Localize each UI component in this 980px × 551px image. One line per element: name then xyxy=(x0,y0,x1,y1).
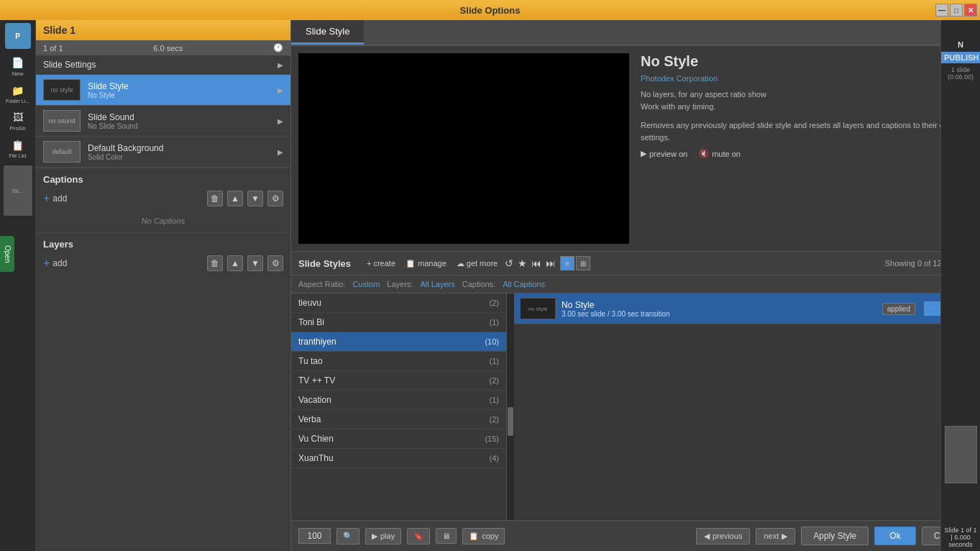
refresh-button[interactable]: ↺ xyxy=(505,258,513,269)
open-button[interactable]: Open xyxy=(0,236,14,272)
prosh-icon: 🖼 xyxy=(9,111,27,124)
category-toni-bi[interactable]: Toni Bi (1) xyxy=(291,313,506,332)
layers-filter-value[interactable]: All Layers xyxy=(420,280,454,288)
ok-button[interactable]: Ok xyxy=(874,527,915,545)
file-list-button[interactable]: 📋 File List xyxy=(4,135,32,161)
main-panel: Slide Style No Style Photodex Corporatio… xyxy=(291,20,980,551)
zoom-input[interactable] xyxy=(298,528,331,544)
cat-count-vu-chien: (15) xyxy=(485,434,499,443)
mute-on-button[interactable]: 🔇 mute on xyxy=(699,149,741,158)
layers-toolbar: + add 🗑 ▲ ▼ ⚙ xyxy=(36,252,290,274)
bottom-bar: 🔍 ▶ play 🔖 🖥 📋 copy ◀ previous xyxy=(291,520,980,551)
category-tu-tao[interactable]: Tu tao (1) xyxy=(291,352,506,371)
preview-on-button[interactable]: ▶ preview on xyxy=(641,149,687,158)
delete-caption-button[interactable]: 🗑 xyxy=(207,191,223,206)
create-button[interactable]: + create xyxy=(364,258,398,269)
category-tv-tv[interactable]: TV ++ TV (2) xyxy=(291,371,506,391)
layers-title: Layers xyxy=(43,239,73,250)
folder-list-button[interactable]: 📁 Folder Li... xyxy=(4,81,32,106)
list-view-button[interactable]: ≡ xyxy=(560,256,574,270)
category-xuanthu[interactable]: XuanThu (4) xyxy=(291,449,506,468)
sound-badge: no sound xyxy=(43,110,81,132)
manage-label: manage xyxy=(418,259,447,268)
add-layer-button[interactable]: + add xyxy=(43,257,67,270)
first-button[interactable]: ⏮ xyxy=(531,258,541,269)
last-button[interactable]: ⏭ xyxy=(546,258,556,269)
maximize-button[interactable]: □ xyxy=(950,4,963,17)
applied-badge: applied xyxy=(882,303,915,315)
monitor-button[interactable]: 🖥 xyxy=(436,528,457,544)
publish-panel: N PUBLISH 1 slide (0:06.00) Slide 1 of 1… xyxy=(940,20,980,551)
style-badge: no style xyxy=(43,79,81,101)
prosh-button[interactable]: 🖼 ProSh xyxy=(4,108,32,134)
down-layer-icon: ▼ xyxy=(251,258,260,268)
file-list-label: File List xyxy=(9,153,26,158)
move-caption-up-button[interactable]: ▲ xyxy=(227,191,243,206)
captions-filter-value[interactable]: All Captions xyxy=(503,280,545,288)
cat-name-tieuvu: tieuvu xyxy=(298,298,321,308)
slide-style-tab[interactable]: Slide Style xyxy=(291,20,364,45)
slide-settings-item[interactable]: Slide Settings ▶ xyxy=(36,55,290,75)
grid-view-button[interactable]: ⊞ xyxy=(576,256,590,270)
cat-name-vacation: Vacation xyxy=(298,395,331,405)
timeline-preview xyxy=(945,426,977,483)
prosh-label: ProSh xyxy=(9,125,25,132)
style-item-no-style[interactable]: no style No Style 3.00 sec slide / 3.00 … xyxy=(514,293,980,324)
layers-header: Layers xyxy=(36,232,290,252)
category-vu-chien[interactable]: Vu Chien (15) xyxy=(291,429,506,449)
filters-row: Aspect Ratio: Custom Layers: All Layers … xyxy=(291,276,980,293)
slide-info-bar: 1 of 1 6.0 secs 🕐 xyxy=(36,40,290,55)
play-button[interactable]: ▶ play xyxy=(365,528,401,545)
close-button[interactable]: ✕ xyxy=(964,4,977,17)
title-bar: Slide Options — □ ✕ xyxy=(0,0,980,20)
manage-button[interactable]: 📋 manage xyxy=(403,258,449,270)
category-scrollbar[interactable] xyxy=(507,293,514,520)
slide-sound-item[interactable]: no sound Slide Sound No Slide Sound ▶ xyxy=(36,106,290,137)
no-style-timing: 3.00 sec slide / 3.00 sec transition xyxy=(562,310,876,318)
category-list: tieuvu (2) Toni Bi (1) tranthiyen (10) T… xyxy=(291,293,507,520)
ok-label: Ok xyxy=(889,531,900,541)
add-caption-label: add xyxy=(52,193,67,204)
no-captions-text: No Captions xyxy=(36,209,290,232)
default-bg-item[interactable]: default Default Background Solid Color ▶ xyxy=(36,137,290,168)
app-logo: P xyxy=(5,23,31,49)
category-verba[interactable]: Verba (2) xyxy=(291,410,506,429)
get-more-button[interactable]: ☁ get more xyxy=(454,258,500,270)
captions-label: Captions: xyxy=(462,280,495,288)
search-zoom-button[interactable]: 🔍 xyxy=(336,528,360,545)
move-layer-up-button[interactable]: ▲ xyxy=(227,255,243,271)
new-button[interactable]: 📄 New xyxy=(4,53,32,79)
scrollbar-thumb[interactable] xyxy=(508,407,513,436)
previous-button[interactable]: ◀ previous xyxy=(696,528,751,545)
apply-style-label: Apply Style xyxy=(813,531,856,541)
delete-layer-button[interactable]: 🗑 xyxy=(207,255,223,271)
style-badge-text: no style xyxy=(50,86,73,94)
add-caption-button[interactable]: + add xyxy=(43,192,67,205)
move-caption-down-button[interactable]: ▼ xyxy=(247,191,263,206)
slide-style-item[interactable]: no style Slide Style No Style ▶ xyxy=(36,75,290,106)
get-more-label: get more xyxy=(467,259,498,268)
caption-settings-button[interactable]: ⚙ xyxy=(267,191,283,206)
folder-label: Folder Li... xyxy=(6,99,29,104)
layer-settings-button[interactable]: ⚙ xyxy=(267,255,283,271)
style-name-text: No Style xyxy=(641,53,973,70)
next-label: next xyxy=(764,532,779,540)
sound-arrow: ▶ xyxy=(278,117,283,125)
aspect-ratio-value[interactable]: Custom xyxy=(352,280,380,288)
cat-name-vu-chien: Vu Chien xyxy=(298,434,334,444)
window-title: Slide Options xyxy=(460,5,521,16)
category-tranthiyen[interactable]: tranthiyen (10) xyxy=(291,332,506,352)
publish-label[interactable]: PUBLISH xyxy=(941,52,980,63)
cat-name-verba: Verba xyxy=(298,414,321,424)
save-button[interactable]: 🔖 xyxy=(407,528,430,545)
star-button[interactable]: ★ xyxy=(518,258,527,269)
no-style-info: No Style 3.00 sec slide / 3.00 sec trans… xyxy=(562,300,876,318)
preview-controls: ▶ preview on 🔇 mute on xyxy=(641,149,973,158)
apply-style-button[interactable]: Apply Style xyxy=(801,527,869,545)
category-tieuvu[interactable]: tieuvu (2) xyxy=(291,293,506,313)
category-vacation[interactable]: Vacation (1) xyxy=(291,391,506,410)
next-button[interactable]: next ▶ xyxy=(756,528,795,545)
move-layer-down-button[interactable]: ▼ xyxy=(247,255,263,271)
copy-button[interactable]: 📋 copy xyxy=(462,528,505,545)
minimize-button[interactable]: — xyxy=(935,4,948,17)
